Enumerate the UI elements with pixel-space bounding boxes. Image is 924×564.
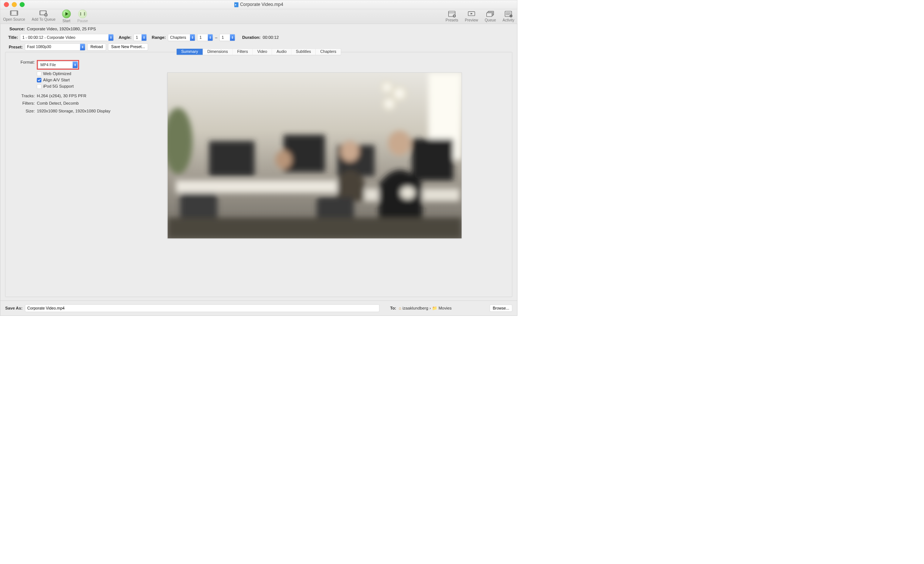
web-optimized-checkbox[interactable]: Web Optimized — [37, 71, 120, 76]
window-title-text: Corporate Video.mp4 — [240, 2, 283, 7]
queue-button[interactable]: Queue — [484, 11, 496, 23]
tab-summary[interactable]: Summary — [177, 49, 203, 55]
svg-point-18 — [454, 15, 455, 16]
range-from-select[interactable]: 1 — [197, 34, 213, 41]
svg-point-42 — [388, 131, 411, 155]
bottom-bar: Save As: To: ⌂ izaaklundberg › 📁 Movies … — [0, 301, 518, 316]
size-label: Size: — [13, 109, 35, 114]
title-select[interactable]: 1 - 00:00:12 - Corporate Video — [20, 34, 114, 41]
range-separator: – — [215, 35, 218, 40]
tab-chapters[interactable]: Chapters — [316, 49, 341, 55]
tab-video[interactable]: Video — [253, 49, 272, 55]
tab-filters[interactable]: Filters — [232, 49, 252, 55]
pause-icon — [78, 9, 87, 18]
svg-rect-1 — [10, 11, 12, 15]
content-panel: Summary Dimensions Filters Video Audio S… — [5, 52, 512, 297]
close-window-button[interactable] — [4, 2, 9, 7]
svg-rect-23 — [487, 13, 492, 16]
activity-icon: i — [504, 11, 512, 17]
start-button[interactable]: Start — [62, 9, 71, 23]
svg-point-44 — [275, 150, 292, 169]
title-label: Title: — [5, 35, 18, 40]
svg-rect-10 — [40, 11, 41, 15]
svg-rect-39 — [284, 135, 325, 172]
range-type-select[interactable]: Chapters — [168, 34, 195, 41]
select-arrows-icon — [108, 34, 113, 41]
svg-point-43 — [340, 141, 359, 162]
activity-label: Activity — [502, 18, 514, 23]
activity-button[interactable]: i Activity — [502, 11, 514, 23]
open-source-label: Open Source — [3, 17, 25, 22]
range-label: Range: — [152, 35, 166, 40]
preview-button[interactable]: Preview — [465, 11, 478, 23]
ipod-label: iPod 5G Support — [43, 84, 74, 89]
format-value: MP4 File — [39, 63, 73, 67]
tab-audio[interactable]: Audio — [272, 49, 291, 55]
folder-icon: 📁 — [432, 306, 437, 311]
path-user: izaaklundberg — [402, 306, 428, 311]
add-to-queue-icon — [39, 9, 48, 16]
range-type-value: Chapters — [168, 35, 190, 39]
angle-value: 1 — [134, 35, 141, 39]
summary-filters-value: Comb Detect, Decomb — [37, 101, 120, 106]
path-folder-name: Movies — [438, 306, 451, 311]
svg-point-34 — [382, 97, 396, 111]
toolbar: Open Source Add To Queue Start Pause — [0, 9, 518, 24]
duration-label: Duration: — [242, 35, 261, 40]
video-preview-image — [167, 72, 462, 239]
checkbox-checked-icon — [37, 78, 41, 82]
source-value: Corporate Video, 1920x1080, 25 FPS — [27, 27, 96, 32]
save-as-label: Save As: — [5, 306, 22, 311]
pause-label: Pause — [77, 19, 88, 23]
range-to-select[interactable]: 1 — [219, 34, 236, 41]
browse-button[interactable]: Browse... — [490, 305, 512, 312]
select-arrows-icon — [73, 62, 78, 68]
pause-button[interactable]: Pause — [77, 9, 88, 23]
range-to-value: 1 — [219, 35, 230, 39]
start-label: Start — [63, 19, 70, 23]
add-to-queue-button[interactable]: Add To Queue — [32, 9, 56, 23]
range-from-value: 1 — [197, 35, 208, 39]
title-bar: Corporate Video.mp4 — [0, 0, 518, 9]
angle-select[interactable]: 1 — [134, 34, 147, 41]
window-controls — [4, 2, 25, 7]
open-source-icon — [10, 9, 18, 16]
zoom-window-button[interactable] — [20, 2, 24, 7]
start-icon — [62, 9, 71, 18]
home-icon: ⌂ — [399, 306, 401, 311]
svg-point-48 — [400, 187, 415, 199]
minimize-window-button[interactable] — [12, 2, 16, 7]
presets-icon — [448, 11, 456, 17]
align-av-label: Align A/V Start — [43, 78, 69, 83]
document-icon — [234, 2, 238, 7]
tab-subtitles[interactable]: Subtitles — [291, 49, 316, 55]
path-separator: › — [429, 306, 431, 311]
save-as-input[interactable] — [25, 304, 380, 312]
format-label: Format: — [13, 60, 35, 65]
format-select[interactable]: MP4 File — [38, 62, 78, 68]
presets-label: Presets — [446, 18, 458, 23]
checkbox-icon — [37, 84, 41, 89]
queue-label: Queue — [484, 18, 496, 23]
destination-path[interactable]: ⌂ izaaklundberg › 📁 Movies — [399, 306, 452, 311]
queue-icon — [486, 11, 494, 17]
tracks-value: H.264 (x264), 30 FPS PFR — [37, 93, 120, 98]
checkbox-icon — [37, 71, 41, 76]
ipod-checkbox[interactable]: iPod 5G Support — [37, 84, 120, 89]
open-source-button[interactable]: Open Source — [3, 9, 25, 23]
duration-value: 00:00:12 — [263, 35, 279, 40]
tab-dimensions[interactable]: Dimensions — [203, 49, 233, 55]
title-select-value: 1 - 00:00:12 - Corporate Video — [20, 35, 109, 39]
svg-rect-47 — [168, 218, 462, 239]
select-arrows-icon — [190, 34, 195, 41]
svg-text:i: i — [511, 14, 511, 17]
align-av-checkbox[interactable]: Align A/V Start — [37, 78, 120, 83]
add-to-queue-label: Add To Queue — [32, 17, 56, 22]
size-value: 1920x1080 Storage, 1920x1080 Display — [37, 109, 120, 114]
presets-button[interactable]: Presets — [446, 11, 458, 23]
angle-label: Angle: — [118, 35, 132, 40]
svg-rect-41 — [412, 139, 453, 180]
window-title: Corporate Video.mp4 — [0, 2, 518, 8]
summary-filters-label: Filters: — [13, 101, 35, 106]
tab-bar: Summary Dimensions Filters Video Audio S… — [6, 48, 512, 55]
